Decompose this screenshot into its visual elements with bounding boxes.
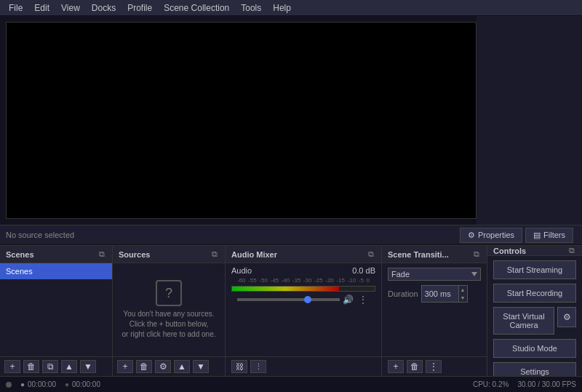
- speaker-icon: 🔊: [343, 295, 354, 305]
- source-label-bar: No source selected ⚙ Properties ▤ Filter…: [0, 225, 582, 245]
- audio-expand-btn[interactable]: ⧉: [367, 249, 375, 259]
- transition-select[interactable]: Fade Cut Swipe Slide: [388, 268, 481, 281]
- record-time: 00:00:00: [72, 380, 100, 388]
- sources-down-btn[interactable]: ▼: [193, 360, 209, 373]
- duration-down-arrow[interactable]: ▼: [459, 294, 467, 302]
- scenes-up-btn[interactable]: ▲: [61, 360, 77, 373]
- controls-buttons: Start Streaming Start Recording Start Vi…: [487, 256, 582, 392]
- controls-panel-header: Controls ⧉: [487, 246, 582, 256]
- transitions-more-btn[interactable]: ⋮: [426, 360, 442, 373]
- main-layout: No source selected ⚙ Properties ▤ Filter…: [0, 16, 582, 392]
- sources-empty-text: You don't have any sources.Click the + b…: [122, 309, 216, 340]
- menubar: File Edit View Docks Profile Scene Colle…: [0, 0, 582, 16]
- scenes-delete-btn[interactable]: 🗑: [23, 360, 39, 373]
- audio-controls: 🔊 ⋮: [231, 294, 375, 305]
- transitions-footer: + 🗑 ⋮: [382, 356, 487, 376]
- audio-more-btn[interactable]: ⋮: [250, 360, 266, 373]
- record-icon: ●: [65, 380, 69, 388]
- transitions-content: Fade Cut Swipe Slide Duration ▲ ▼: [382, 263, 487, 307]
- transitions-panel-header: Scene Transiti... ⧉: [382, 246, 487, 263]
- stream-time: 00:00:00: [28, 380, 56, 388]
- start-virtual-camera-button[interactable]: Start Virtual Camera: [493, 307, 554, 335]
- start-streaming-button[interactable]: Start Streaming: [493, 260, 576, 279]
- scenes-down-btn[interactable]: ▼: [80, 360, 96, 373]
- controls-panel: Controls ⧉ Start Streaming Start Recordi…: [487, 246, 582, 376]
- duration-up-arrow[interactable]: ▲: [459, 286, 467, 294]
- no-source-label: No source selected: [6, 231, 460, 239]
- preview-area: [0, 16, 582, 225]
- transitions-expand-btn[interactable]: ⧉: [472, 249, 481, 259]
- sources-empty: ? You don't have any sources.Click the +…: [113, 263, 225, 356]
- transitions-add-btn[interactable]: +: [388, 360, 404, 373]
- audio-meter-fill: [232, 287, 339, 291]
- scenes-footer: + 🗑 ⧉ ▲ ▼: [0, 356, 112, 376]
- sources-panel: Sources ⧉ ? You don't have any sources.C…: [113, 246, 226, 376]
- menu-file[interactable]: File: [3, 1, 28, 15]
- record-time-item: ● 00:00:00: [65, 380, 100, 388]
- virtual-camera-row: Start Virtual Camera ⚙: [493, 307, 576, 335]
- stream-time-item: ● 00:00:00: [20, 380, 56, 388]
- audio-title: Audio Mixer: [231, 250, 277, 259]
- scenes-title: Scenes: [6, 250, 34, 259]
- virtual-camera-settings-btn[interactable]: ⚙: [557, 307, 576, 327]
- cpu-status: CPU: 0.2%: [473, 380, 509, 388]
- meter-labels: -60 -55 -50 -45 -40 -35 -30 -25 -20 -15 …: [231, 277, 375, 284]
- audio-footer: ⛓ ⋮: [226, 356, 381, 376]
- audio-link-btn[interactable]: ⛓: [231, 360, 247, 373]
- statusbar: ● 00:00:00 ● 00:00:00 CPU: 0.2% 30.00 / …: [0, 376, 582, 392]
- duration-spinbox: ▲ ▼: [421, 285, 468, 303]
- filters-button[interactable]: ▤ Filters: [525, 228, 573, 243]
- volume-slider[interactable]: [237, 298, 340, 301]
- network-status: [6, 382, 12, 388]
- audio-track: Audio 0.0 dB -60 -55 -50 -45 -40 -35 -30…: [226, 263, 381, 308]
- audio-track-label: Audio: [231, 266, 252, 275]
- sources-delete-btn[interactable]: 🗑: [136, 360, 152, 373]
- audio-panel: Audio Mixer ⧉ Audio 0.0 dB -60 -55 -50 -…: [226, 246, 382, 376]
- sources-add-btn[interactable]: +: [117, 360, 133, 373]
- scene-item-scenes[interactable]: Scenes: [0, 263, 112, 279]
- duration-row: Duration ▲ ▼: [388, 285, 481, 303]
- menu-edit[interactable]: Edit: [28, 1, 55, 15]
- scenes-copy-btn[interactable]: ⧉: [42, 360, 58, 373]
- menu-view[interactable]: View: [55, 1, 86, 15]
- audio-options-btn[interactable]: ⋮: [356, 294, 370, 305]
- scenes-add-btn[interactable]: +: [4, 360, 20, 373]
- start-recording-button[interactable]: Start Recording: [493, 284, 576, 303]
- audio-panel-header: Audio Mixer ⧉: [226, 246, 381, 263]
- audio-meter: [231, 286, 375, 292]
- studio-mode-button[interactable]: Studio Mode: [493, 339, 576, 358]
- bottom-panels: Scenes ⧉ Scenes + 🗑 ⧉ ▲ ▼ Sources ⧉ ?: [0, 245, 582, 376]
- stream-icon: ●: [20, 380, 25, 388]
- transitions-delete-btn[interactable]: 🗑: [407, 360, 423, 373]
- duration-label: Duration: [388, 289, 418, 298]
- menu-scene-collection[interactable]: Scene Collection: [158, 1, 235, 15]
- sources-footer: + 🗑 ⚙ ▲ ▼: [113, 356, 225, 376]
- sources-expand-btn[interactable]: ⧉: [210, 249, 219, 259]
- filter-icon: ▤: [533, 231, 541, 240]
- controls-title: Controls: [493, 247, 526, 255]
- question-mark-icon: ?: [165, 286, 172, 301]
- network-dot: [6, 382, 12, 388]
- sources-settings-btn[interactable]: ⚙: [155, 360, 171, 373]
- audio-track-header: Audio 0.0 dB: [231, 266, 375, 275]
- right-sidebar: [477, 16, 582, 225]
- fps-status: 30.00 / 30.00 FPS: [517, 380, 576, 388]
- properties-button[interactable]: ⚙ Properties: [460, 228, 522, 243]
- transitions-title: Scene Transiti...: [388, 250, 449, 259]
- sources-panel-header: Sources ⧉: [113, 246, 225, 263]
- menu-help[interactable]: Help: [267, 1, 297, 15]
- scenes-panel: Scenes ⧉ Scenes + 🗑 ⧉ ▲ ▼: [0, 246, 113, 376]
- duration-input[interactable]: [422, 286, 458, 302]
- scenes-panel-header: Scenes ⧉: [0, 246, 112, 263]
- preview-canvas: [6, 22, 477, 219]
- menu-docks[interactable]: Docks: [86, 1, 121, 15]
- gear-icon: ⚙: [468, 231, 475, 240]
- sources-title: Sources: [119, 250, 150, 259]
- menu-profile[interactable]: Profile: [121, 1, 158, 15]
- controls-expand-btn[interactable]: ⧉: [567, 246, 576, 255]
- audio-db-value: 0.0 dB: [352, 266, 375, 275]
- question-mark-box: ?: [156, 280, 182, 306]
- menu-tools[interactable]: Tools: [235, 1, 267, 15]
- scenes-expand-btn[interactable]: ⧉: [97, 249, 106, 259]
- sources-up-btn[interactable]: ▲: [174, 360, 190, 373]
